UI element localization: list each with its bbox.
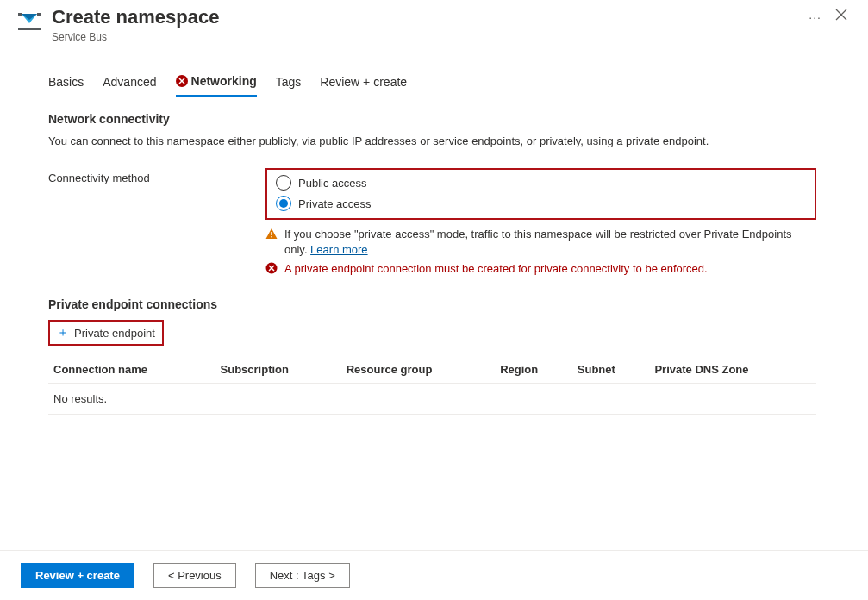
col-region: Region [495,356,572,384]
tab-advanced[interactable]: Advanced [103,71,156,97]
col-subnet: Subnet [572,356,650,384]
tab-review[interactable]: Review + create [320,71,407,97]
tab-tags[interactable]: Tags [276,71,302,97]
add-endpoint-label: Private endpoint [74,327,155,340]
review-create-button[interactable]: Review + create [21,563,134,588]
tabs: Basics Advanced Networking Tags Review +… [0,43,868,97]
error-message: A private endpoint connection must be cr… [265,261,816,277]
service-bus-icon [17,9,41,33]
previous-button[interactable]: < Previous [153,563,236,588]
radio-circle-icon [276,196,291,211]
radio-private-label: Private access [298,197,372,210]
radio-public-access[interactable]: Public access [276,175,806,191]
close-icon[interactable] [832,5,851,28]
radio-circle-icon [276,175,291,191]
error-icon [265,262,278,274]
radio-private-access[interactable]: Private access [276,196,806,211]
tab-networking-label: Networking [191,74,257,88]
connectivity-options: Public access Private access [265,168,816,220]
tab-networking[interactable]: Networking [176,71,257,97]
col-connection-name: Connection name [48,356,215,384]
svg-rect-0 [18,13,22,16]
svg-rect-1 [37,13,41,16]
next-button[interactable]: Next : Tags > [255,563,350,588]
svg-marker-4 [22,14,37,20]
section-description: You can connect to this namespace either… [48,134,816,147]
footer: Review + create < Previous Next : Tags > [0,550,868,600]
empty-state: No results. [48,384,816,415]
svg-rect-11 [271,236,272,237]
plus-icon: ＋ [57,325,69,341]
page-subtitle: Service Bus [52,31,798,43]
section-title-endpoints: Private endpoint connections [48,297,816,311]
endpoints-table: Connection name Subscription Resource gr… [48,356,816,415]
error-text: A private endpoint connection must be cr… [284,261,708,277]
warning-message: If you choose "private access" mode, tra… [265,227,816,258]
error-badge-icon [176,75,188,87]
warning-icon [265,228,278,240]
col-resource-group: Resource group [341,356,496,384]
page-title: Create namespace [52,5,798,29]
label-connectivity-method: Connectivity method [48,168,265,184]
tab-basics[interactable]: Basics [48,71,84,97]
radio-public-label: Public access [298,177,366,190]
add-private-endpoint-button[interactable]: ＋ Private endpoint [48,320,164,346]
more-menu-icon[interactable]: ··· [809,10,821,24]
svg-rect-2 [18,28,41,30]
table-header-row: Connection name Subscription Resource gr… [48,356,816,384]
section-title-network: Network connectivity [48,112,816,126]
svg-rect-10 [271,232,272,235]
col-subscription: Subscription [215,356,341,384]
learn-more-link[interactable]: Learn more [310,243,367,256]
table-row: No results. [48,384,816,415]
col-private-dns: Private DNS Zone [649,356,816,384]
